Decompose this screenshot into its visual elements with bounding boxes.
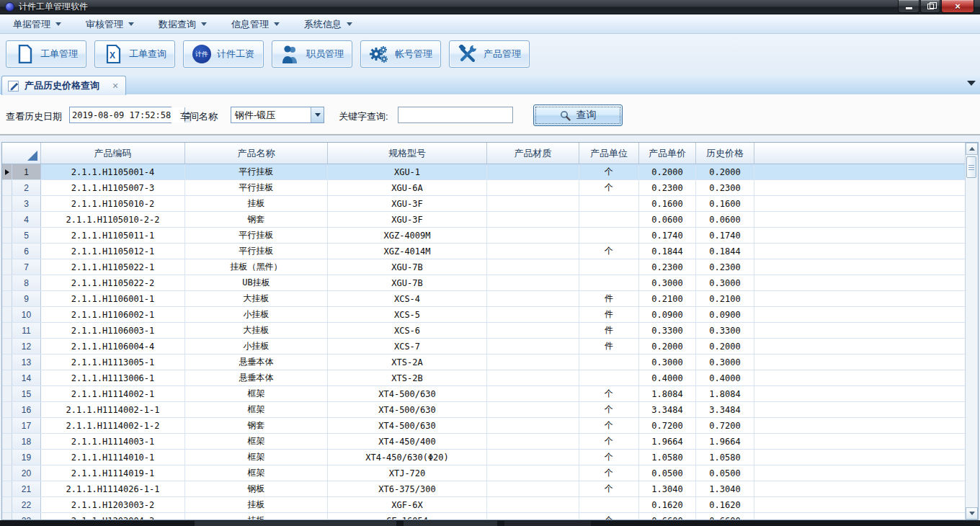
- cell-unit: 个: [579, 386, 639, 401]
- table-row[interactable]: 182.1.1.H1114003-1框架XT4-450/400个1.96641.…: [2, 434, 965, 450]
- table-row[interactable]: 142.1.1.H1113006-1悬垂本体XTS-2B0.40000.4000: [2, 370, 965, 386]
- tab-product-history-price[interactable]: 产品历史价格查询 ×: [1, 76, 126, 95]
- table-row[interactable]: 82.1.1.H1105022-2UB挂板XGU-7B0.30000.3000: [2, 275, 965, 291]
- keyword-input[interactable]: [398, 107, 513, 123]
- menu-item-xinxi[interactable]: 信息管理: [224, 17, 287, 32]
- cell-price: 0.2300: [639, 180, 696, 195]
- workshop-dropdown[interactable]: 钢件-锻压: [231, 107, 324, 123]
- cell-code: 2.1.1.H1114019-1: [41, 465, 185, 481]
- minimize-button[interactable]: [898, 0, 919, 13]
- search-button[interactable]: 查询: [533, 104, 623, 126]
- column-header-3[interactable]: 产品材质: [487, 143, 579, 164]
- row-number-cell: 1: [12, 164, 41, 179]
- cell-history: 0.3300: [696, 323, 754, 338]
- cell-unit: 件: [579, 307, 639, 322]
- table-row[interactable]: 122.1.1.H1106004-4小挂板XCS-7件0.20000.2000: [2, 339, 965, 355]
- filler-cell: [754, 370, 965, 385]
- close-button[interactable]: ×: [941, 0, 974, 13]
- tab-overflow-dropdown-icon[interactable]: [967, 81, 976, 86]
- select-all-header-cell[interactable]: [2, 143, 41, 164]
- date-input[interactable]: [70, 107, 184, 122]
- cell-history: 0.0900: [696, 307, 754, 322]
- cell-spec: XGU-7B: [328, 259, 487, 275]
- chevron-down-icon: [347, 22, 352, 26]
- table-row[interactable]: 32.1.1.H1105010-2挂板XGU-3F0.16000.1600: [2, 196, 965, 212]
- table-row[interactable]: 222.1.1.H1203003-2挂板XGF-6X0.16200.1620: [2, 497, 965, 513]
- work-order-manage-button[interactable]: 工单管理: [6, 40, 86, 68]
- cell-price: 0.2000: [639, 339, 696, 354]
- row-indicator-cell: [2, 164, 12, 179]
- cell-code: 2.1.1.H1106004-4: [41, 339, 185, 354]
- column-header-4[interactable]: 产品单位: [579, 143, 639, 164]
- vertical-scrollbar[interactable]: [965, 143, 978, 520]
- cell-unit: [579, 228, 639, 243]
- row-indicator-cell: [2, 513, 12, 520]
- table-row[interactable]: 22.1.1.H1105007-3平行挂板XGU-6A个0.23000.2300: [2, 180, 965, 196]
- table-row[interactable]: 172.1.1.H1114002-1-2钢套XT4-500/630个0.7200…: [2, 418, 965, 434]
- cell-unit: 个: [579, 164, 639, 179]
- piecework-wage-button[interactable]: 计件 计件工资: [183, 40, 264, 68]
- work-order-query-button[interactable]: X 工单查询: [94, 40, 175, 68]
- cell-history: 0.0600: [696, 212, 754, 227]
- menu-item-danju[interactable]: 单据管理: [6, 17, 68, 32]
- row-number-cell: 15: [12, 386, 41, 401]
- cell-material: [487, 355, 579, 370]
- product-manage-button[interactable]: 产品管理: [449, 40, 530, 68]
- scroll-up-button[interactable]: [966, 143, 978, 155]
- chevron-down-icon: [55, 22, 61, 26]
- toolbar: 工单管理 X 工单查询 计件 计件工资 职员管理: [0, 34, 980, 74]
- table-row[interactable]: 102.1.1.H1106002-1小挂板XCS-5件0.09000.0900: [2, 307, 965, 323]
- table-row[interactable]: 62.1.1.H1105012-1平行挂板XGZ-4014M个0.18440.1…: [2, 244, 965, 259]
- edit-pencil-icon: [8, 81, 19, 92]
- cell-unit: 个: [579, 481, 639, 496]
- row-indicator-cell: [2, 450, 12, 465]
- table-row[interactable]: 112.1.1.H1106003-1大挂板XCS-6件0.33000.3300: [2, 323, 965, 339]
- table-row[interactable]: 232.1.1.H1203004-3挂板CF-16054个0.66000.660…: [2, 513, 965, 520]
- cell-material: [487, 323, 579, 338]
- menu-item-shenhe[interactable]: 审核管理: [79, 17, 141, 32]
- table-row[interactable]: 212.1.1.H1114026-1-1钢板XT6-375/300个1.3040…: [2, 481, 965, 497]
- row-indicator-cell: [2, 244, 12, 259]
- table-header: 产品编码产品名称规格型号产品材质产品单位产品单价历史价格: [2, 143, 965, 164]
- cell-material: [487, 228, 579, 243]
- scrollbar-thumb[interactable]: [966, 156, 976, 178]
- cell-code: 2.1.1.H1105012-1: [41, 244, 185, 259]
- menu-item-xitong[interactable]: 系统信息: [297, 17, 360, 32]
- table-row[interactable]: 42.1.1.H1105010-2-2钢套XGU-3F0.06000.0600: [2, 212, 965, 228]
- cell-material: [487, 212, 579, 227]
- account-manage-button[interactable]: 帐号管理: [360, 40, 441, 68]
- filler-cell: [754, 180, 965, 195]
- column-header-1[interactable]: 产品名称: [185, 143, 328, 164]
- column-header-5[interactable]: 产品单价: [639, 143, 696, 164]
- table-row[interactable]: 12.1.1.H1105001-4平行挂板XGU-1个0.20000.2000: [2, 164, 965, 180]
- column-header-0[interactable]: 产品编码: [41, 143, 185, 164]
- cell-unit: 件: [579, 339, 639, 354]
- cell-material: [487, 402, 579, 417]
- cell-code: 2.1.1.H1106003-1: [41, 323, 185, 338]
- table-row[interactable]: 72.1.1.H1105022-1挂板（黑件）XGU-7B0.23000.230…: [2, 259, 965, 275]
- taskbar-segment: [504, 521, 591, 526]
- cell-code: 2.1.1.H1105022-1: [41, 259, 185, 275]
- staff-manage-button[interactable]: 职员管理: [272, 40, 352, 68]
- table-row[interactable]: 192.1.1.H1114010-1框架XT4-450/630(Φ20)个1.0…: [2, 450, 965, 465]
- menu-item-shuju[interactable]: 数据查询: [151, 17, 214, 32]
- scroll-down-button[interactable]: [966, 507, 978, 520]
- table-row[interactable]: 52.1.1.H1105011-1平行挂板XGZ-4009M0.17400.17…: [2, 228, 965, 244]
- table-row[interactable]: 152.1.1.H1114002-1框架XT4-500/630个1.80841.…: [2, 386, 965, 402]
- cell-price: 0.2300: [639, 259, 696, 275]
- filler-cell: [754, 164, 965, 179]
- row-number-cell: 23: [12, 513, 41, 520]
- dropdown-button[interactable]: [311, 107, 324, 122]
- table-row[interactable]: 92.1.1.H1106001-1大挂板XCS-4件0.21000.2100: [2, 291, 965, 307]
- table-row[interactable]: 132.1.1.H1113005-1悬垂本体XTS-2A0.30000.3000: [2, 355, 965, 370]
- tab-close-icon[interactable]: ×: [112, 81, 118, 91]
- chevron-down-icon: [201, 22, 207, 26]
- cell-price: 0.0900: [639, 307, 696, 322]
- restore-button[interactable]: [920, 0, 940, 13]
- column-header-6[interactable]: 历史价格: [696, 143, 754, 164]
- cell-name: 框架: [185, 386, 328, 401]
- table-row[interactable]: 202.1.1.H1114019-1框架XTJ-720个0.05000.0500: [2, 465, 965, 481]
- table-row[interactable]: 162.1.1.H1114002-1-1框架XT4-500/630个3.3484…: [2, 402, 965, 418]
- column-header-2[interactable]: 规格型号: [328, 143, 487, 164]
- cell-spec: XGU-6A: [328, 180, 487, 195]
